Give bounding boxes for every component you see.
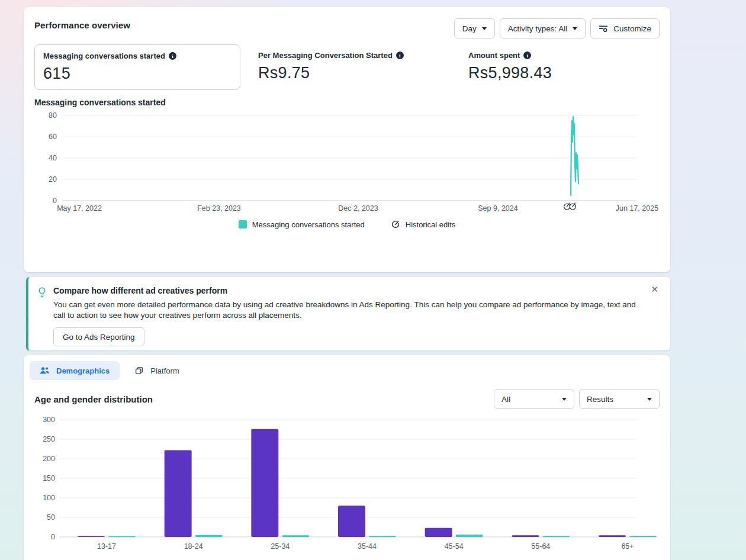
- gender-filter-dropdown[interactable]: All: [494, 389, 574, 409]
- metric-amount-spent[interactable]: Amount spent i Rs5,998.43: [459, 44, 660, 90]
- metric-value: 615: [43, 65, 231, 83]
- svg-text:150: 150: [43, 474, 55, 482]
- banner-title: Compare how different ad creatives perfo…: [53, 286, 648, 295]
- overview-controls: Day Activity types: All Customize: [454, 18, 660, 38]
- age-gender-title: Age and gender distribution: [34, 394, 153, 404]
- customize-label: Customize: [613, 24, 651, 33]
- lightbulb-icon: [37, 287, 47, 298]
- svg-text:May 17, 2022: May 17, 2022: [57, 204, 102, 213]
- svg-text:300: 300: [43, 416, 55, 424]
- chevron-down-icon: [573, 27, 577, 30]
- metric-label-text: Amount spent: [468, 51, 520, 60]
- svg-text:0: 0: [53, 197, 57, 205]
- metric-label: Amount spent i: [468, 51, 660, 60]
- banner-icon-column: [37, 286, 53, 350]
- tip-banner: Compare how different ad creatives perfo…: [26, 277, 670, 350]
- svg-text:250: 250: [43, 435, 55, 443]
- metric-label-text: Per Messaging Conversation Started: [258, 51, 393, 60]
- metrics-row: Messaging conversations started i 615 Pe…: [34, 44, 660, 90]
- chevron-down-icon: [647, 398, 652, 401]
- line-chart-title: Messaging conversations started: [34, 98, 660, 107]
- banner-body: You can get even more detailed performan…: [53, 300, 648, 321]
- banner-content: Compare how different ad creatives perfo…: [53, 286, 648, 350]
- dropdown-value: All: [501, 395, 510, 404]
- dropdown-value: Results: [587, 395, 613, 404]
- overview-header: Performance overview Day Activity types:…: [34, 20, 660, 38]
- legend-label: Historical edits: [406, 220, 456, 229]
- breakdown-tabs: Demographics Platform: [30, 361, 660, 380]
- info-icon[interactable]: i: [396, 52, 404, 59]
- svg-text:60: 60: [49, 133, 57, 141]
- age-gender-bar-chart: 05010015020025030013-1718-2425-3435-4445…: [34, 414, 662, 552]
- svg-text:50: 50: [47, 513, 55, 522]
- info-icon[interactable]: i: [169, 52, 176, 60]
- tab-demographics[interactable]: Demographics: [30, 361, 120, 380]
- people-icon: [40, 366, 50, 375]
- metric-value: Rs9.75: [258, 64, 459, 82]
- chevron-down-icon: [562, 398, 567, 401]
- svg-text:45-54: 45-54: [445, 542, 464, 551]
- metric-messaging-conversations-started[interactable]: Messaging conversations started i 615: [34, 44, 240, 90]
- chevron-down-icon: [482, 27, 487, 30]
- svg-text:Dec 2, 2023: Dec 2, 2023: [338, 204, 378, 213]
- tab-platform[interactable]: Platform: [124, 361, 189, 380]
- breakdown-filters: All Results: [494, 389, 660, 409]
- customize-button[interactable]: Customize: [590, 18, 660, 38]
- legend-swatch: [239, 220, 247, 228]
- tab-label: Platform: [150, 366, 179, 375]
- close-icon[interactable]: ✕: [651, 285, 658, 294]
- customize-icon: [599, 24, 608, 33]
- activity-types-label: Activity types: All: [508, 24, 568, 33]
- svg-text:25-34: 25-34: [271, 542, 290, 551]
- breakdown-card: Demographics Platform Age and gender dis…: [24, 355, 670, 560]
- day-dropdown[interactable]: Day: [454, 18, 495, 38]
- performance-overview-card: Performance overview Day Activity types:…: [24, 7, 670, 272]
- svg-text:40: 40: [49, 154, 57, 162]
- historical-edits-icon: [391, 220, 400, 229]
- svg-text:Sep 9, 2024: Sep 9, 2024: [478, 204, 517, 213]
- svg-text:13-17: 13-17: [97, 542, 116, 551]
- tab-label: Demographics: [56, 366, 110, 375]
- breakdown-header: Age and gender distribution All Results: [34, 389, 660, 409]
- svg-text:65+: 65+: [621, 542, 634, 551]
- svg-text:20: 20: [49, 175, 57, 184]
- legend-label: Messaging conversations started: [252, 220, 365, 229]
- svg-text:Feb 23, 2023: Feb 23, 2023: [197, 204, 241, 213]
- metric-label: Per Messaging Conversation Started i: [258, 51, 459, 60]
- ads-performance-page: Performance overview Day Activity types:…: [0, 0, 746, 560]
- svg-text:35-44: 35-44: [358, 542, 377, 551]
- svg-text:0: 0: [51, 533, 55, 541]
- activity-types-dropdown[interactable]: Activity types: All: [500, 18, 586, 38]
- line-chart-legend: Messaging conversations started Historic…: [34, 220, 660, 229]
- go-to-ads-reporting-button[interactable]: Go to Ads Reporting: [53, 327, 144, 346]
- legend-item-historical-edits: Historical edits: [391, 220, 456, 229]
- metric-per-messaging-conversation[interactable]: Per Messaging Conversation Started i Rs9…: [249, 44, 459, 90]
- messaging-trend-chart: 020406080May 17, 2022Feb 23, 2023Dec 2, …: [34, 107, 662, 221]
- svg-text:18-24: 18-24: [184, 542, 203, 551]
- svg-text:Jun 17, 2025: Jun 17, 2025: [616, 204, 658, 213]
- legend-item-conversations: Messaging conversations started: [239, 220, 365, 229]
- page-title: Performance overview: [34, 20, 130, 30]
- metric-label-text: Messaging conversations started: [43, 52, 165, 60]
- svg-text:200: 200: [43, 455, 55, 463]
- platform-icon: [134, 366, 144, 375]
- svg-text:55-64: 55-64: [531, 542, 550, 551]
- svg-text:80: 80: [49, 111, 57, 120]
- svg-text:100: 100: [43, 494, 55, 502]
- info-icon[interactable]: i: [523, 52, 531, 59]
- metric-value: Rs5,998.43: [468, 64, 660, 82]
- day-dropdown-label: Day: [462, 24, 477, 33]
- metric-label: Messaging conversations started i: [43, 52, 231, 60]
- metric-filter-dropdown[interactable]: Results: [579, 389, 660, 409]
